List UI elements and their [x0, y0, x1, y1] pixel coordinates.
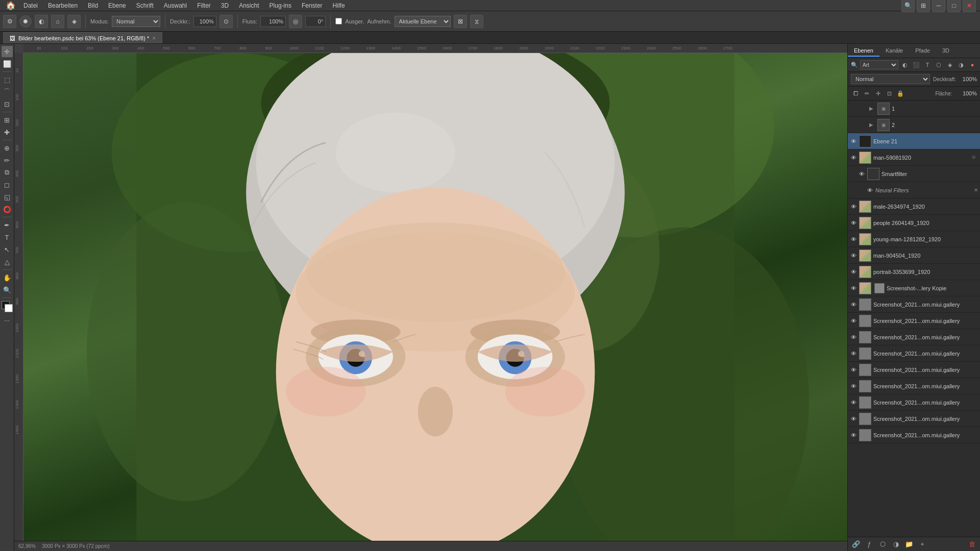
pressure-btn[interactable]: ⊙ — [219, 15, 233, 28]
eye-icon[interactable]: 👁 — [850, 415, 857, 422]
eye-icon[interactable]: 👁 — [850, 366, 857, 373]
tool-pathselect[interactable]: ↖ — [2, 244, 13, 255]
tool-pen[interactable]: ✒ — [2, 219, 13, 231]
eye-icon[interactable]: 👁 — [850, 432, 857, 439]
menu-3d[interactable]: 3D — [217, 1, 233, 10]
eye-icon[interactable] — [850, 105, 857, 112]
layer-filter-active[interactable]: ● — [968, 60, 977, 69]
tool-lasso[interactable]: ⌒ — [2, 86, 13, 97]
blend-mode-dropdown[interactable]: Normal Multiplizieren Überlagern Aufhell… — [851, 74, 930, 84]
list-item[interactable]: 👁 Screenshot_2021...om.miui.gallery — [848, 378, 980, 394]
eye-icon[interactable]: 👁 — [850, 399, 857, 406]
eye-icon[interactable]: 👁 — [850, 317, 857, 324]
new-fill-btn[interactable]: ◑ — [891, 539, 901, 549]
menu-filter[interactable]: Filter — [193, 1, 215, 10]
eye-icon[interactable]: 👁 — [858, 170, 865, 178]
tool-options-btn[interactable]: ⚙ — [3, 15, 16, 28]
new-group-btn[interactable]: 📁 — [904, 539, 914, 549]
list-item[interactable]: 👁 Screenshot_2021...om.miui.gallery — [848, 296, 980, 313]
tool-brush[interactable]: ✏ — [2, 155, 13, 166]
layer-icon-smart[interactable]: ◈ — [945, 60, 954, 69]
list-item[interactable]: 👁 Screenshot_2021...om.miui.gallery — [848, 394, 980, 411]
add-mask-btn[interactable]: ⬡ — [877, 539, 888, 549]
angle-input[interactable] — [305, 16, 326, 27]
search-btn[interactable]: 🔍 — [901, 0, 915, 12]
eye-icon[interactable]: 👁 — [850, 334, 857, 341]
menu-bearbeiten[interactable]: Bearbeiten — [44, 1, 82, 10]
lock-all-btn[interactable]: 🔒 — [896, 89, 905, 98]
document-tab[interactable]: 🖼 Bilder bearbeiten.psdc bei 63% (Ebene … — [3, 32, 162, 43]
extra-tool-btn[interactable]: ⊠ — [454, 15, 467, 28]
menu-datei[interactable]: Datei — [19, 1, 42, 10]
group-arrow-icon[interactable]: ▶ — [869, 106, 875, 111]
list-item[interactable]: 👁 Neural Filters ✕ — [848, 182, 980, 198]
tool-move[interactable]: ✛ — [2, 46, 13, 57]
eye-icon[interactable]: 👁 — [850, 203, 857, 210]
tool-healing[interactable]: ⊕ — [2, 142, 13, 154]
ausger-checkbox[interactable] — [335, 18, 342, 24]
minimize-btn[interactable]: ─ — [932, 0, 945, 12]
tool-quickselect[interactable]: ⊡ — [2, 98, 13, 110]
neural-filter-delete-icon[interactable]: ✕ — [974, 187, 978, 193]
list-item[interactable]: 👁 man-59081920 ⊙ — [848, 149, 980, 166]
eye-icon[interactable]: 👁 — [850, 285, 857, 292]
list-item[interactable]: 👁 Screenshot_2021...om.miui.gallery — [848, 345, 980, 362]
eye-icon[interactable]: 👁 — [850, 301, 857, 308]
list-item[interactable]: 👁 people 2604149_1920 — [848, 215, 980, 231]
brush-extra-btn[interactable]: ◈ — [67, 15, 81, 28]
list-item[interactable]: 👁 portrait-3353699_1920 — [848, 264, 980, 280]
ebene-dropdown[interactable]: Aktuelle Ebene Alle Ebenen — [395, 16, 451, 27]
tool-clone[interactable]: ⧉ — [2, 167, 13, 178]
list-item[interactable]: 👁 young-man-1281282_1920 — [848, 231, 980, 247]
fg-bg-colors[interactable] — [2, 301, 13, 312]
list-item[interactable]: 👁 Screenshot_2021...om.miui.gallery — [848, 362, 980, 378]
list-item[interactable]: 👁 Screenshot_2021...om.miui.gallery — [848, 329, 980, 345]
workspace-btn[interactable]: ⊞ — [917, 0, 930, 12]
tab-kanale[interactable]: Kanäle — [879, 45, 909, 57]
tool-eraser[interactable]: ◻ — [2, 179, 13, 190]
tab-ebenen[interactable]: Ebenen — [848, 45, 879, 57]
brush-shape-btn[interactable]: ⌂ — [51, 15, 64, 28]
tool-hand[interactable]: ✋ — [2, 272, 13, 283]
eye-icon[interactable]: 👁 — [850, 219, 857, 227]
airbrush-btn[interactable]: ◎ — [289, 15, 302, 28]
home-btn[interactable]: 🏠 — [4, 0, 17, 12]
lock-position-btn[interactable]: ✛ — [873, 89, 883, 98]
brush-preview-btn[interactable]: ● — [19, 15, 32, 28]
layer-filter-toggle[interactable]: ◐ — [900, 60, 910, 69]
eye-icon[interactable]: 👁 — [866, 187, 873, 194]
eye-icon[interactable]: 👁 — [850, 383, 857, 390]
tool-type[interactable]: T — [2, 232, 13, 243]
lock-image-btn[interactable]: ✏ — [862, 89, 871, 98]
list-item[interactable]: 👁 Screenshot_2021...om.miui.gallery — [848, 313, 980, 329]
list-item[interactable]: 👁 Screenshot_2021...om.miui.gallery — [848, 411, 980, 427]
fluss-input[interactable] — [260, 16, 286, 27]
eye-icon[interactable]: 👁 — [850, 138, 857, 145]
symmetry-btn[interactable]: ⧖ — [470, 15, 483, 28]
list-item[interactable]: ▶ ▣ 2 — [848, 117, 980, 133]
tool-crop[interactable]: ⊞ — [2, 114, 13, 126]
menu-ebene[interactable]: Ebene — [104, 1, 130, 10]
modus-dropdown[interactable]: Normal Multiplizieren Überlagern — [112, 16, 160, 27]
list-item[interactable]: 👁 man-904504_1920 — [848, 247, 980, 264]
eye-icon[interactable]: 👁 — [850, 236, 857, 243]
menu-plugins[interactable]: Plug-ins — [265, 1, 296, 10]
eye-icon[interactable] — [850, 121, 857, 129]
lock-artboard-btn[interactable]: ⊡ — [885, 89, 894, 98]
maximize-btn[interactable]: □ — [947, 0, 961, 12]
layer-icon-type[interactable]: T — [923, 60, 932, 69]
tool-dodge[interactable]: ⭕ — [2, 204, 13, 215]
new-layer-btn[interactable]: + — [917, 539, 927, 549]
menu-bild[interactable]: Bild — [84, 1, 102, 10]
eye-icon[interactable]: 👁 — [850, 252, 857, 259]
lock-transparent-btn[interactable]: ⧠ — [851, 89, 860, 98]
tab-pfade[interactable]: Pfade — [909, 45, 936, 57]
tool-extra[interactable]: ··· — [2, 314, 13, 325]
tool-marquee[interactable]: ⬚ — [2, 74, 13, 85]
tool-artboard[interactable]: ⬜ — [2, 58, 13, 69]
eye-icon[interactable]: 👁 — [850, 350, 857, 357]
list-item[interactable]: 👁 Smartfilter — [848, 166, 980, 182]
eye-icon[interactable]: 👁 — [850, 154, 857, 161]
list-item[interactable]: ▶ ▣ 1 — [848, 101, 980, 117]
list-item[interactable]: 👁 Screenshot-...lery Kopie — [848, 280, 980, 296]
